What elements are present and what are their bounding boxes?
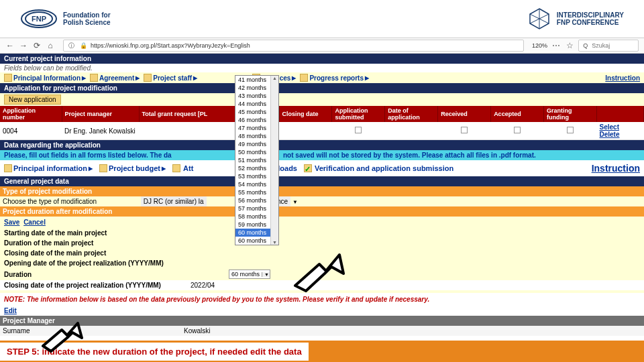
section-application-mod: Application for project modification: [0, 83, 644, 93]
browser-toolbar: ← → ⟳ ⌂ ⓘ 🔒 120% ⋯ ☆ Q: [0, 38, 644, 54]
back-icon[interactable]: ←: [5, 41, 15, 50]
info-icon[interactable]: ⓘ: [66, 41, 76, 50]
section-general: General project data: [0, 176, 644, 186]
reload-icon[interactable]: ⟳: [32, 41, 42, 50]
mod-value-left: DJ RC (or similar) la: [141, 196, 207, 206]
applications-header: Application number Project manager Total…: [0, 106, 644, 122]
col-total-grant: Total grant request [PL: [139, 106, 235, 122]
home-icon[interactable]: ⌂: [46, 41, 55, 50]
months-dropdown[interactable]: 41 months42 months43 months44 months45 m…: [235, 75, 279, 245]
dropdown-scrollbar[interactable]: [270, 76, 278, 245]
logo-bar: FNP Foundation for Polish Science INTERD…: [0, 0, 644, 38]
cell-app-number: 0004: [0, 122, 62, 140]
label-duration: Duration: [4, 271, 172, 278]
please-note-row: Please, fill out fields in all forms lis…: [0, 150, 644, 160]
value-closing-real: 2022/04: [191, 282, 215, 289]
lock-icon: 🔒: [78, 41, 88, 50]
applications-table: Application number Project manager Total…: [0, 106, 644, 140]
tab2-principal[interactable]: Principal information▶: [4, 164, 93, 172]
please-note-right: not saved will not be stored by the syst…: [279, 150, 644, 160]
section-data-app: Data regarding the application: [0, 140, 644, 150]
cancel-button[interactable]: Cancel: [23, 219, 46, 226]
arrow-pointer-1: [287, 252, 347, 296]
tab2-attachments[interactable]: Att: [172, 164, 193, 172]
row-type-mod: Type of project modification: [0, 186, 644, 196]
edit-link[interactable]: Edit: [0, 306, 21, 316]
col-funding: Granting funding: [544, 106, 597, 122]
tab-agreement[interactable]: Agreement▶: [90, 74, 140, 82]
cell-mgr: Dr Eng. Janek Kowalski: [62, 122, 235, 140]
surname-label: Surname: [3, 327, 184, 335]
row-choose-mod: Choose the type of modification DJ RC (o…: [0, 196, 644, 206]
row-duration-mod: Project duration after modification: [0, 206, 644, 217]
conference-logo-text: INTERDISCIPLINARY FNP CONFERENCE: [557, 11, 624, 26]
application-row: 0004 Dr Eng. Janek Kowalski Select Delet…: [0, 122, 644, 140]
save-cancel-row: Save Cancel: [0, 217, 644, 228]
col-project-mgr: Project manager: [62, 106, 139, 122]
checkbox-accepted[interactable]: [514, 127, 521, 133]
fnp-logo-text: Foundation for Polish Science: [63, 11, 111, 26]
label-duration-main: Duration of the main project: [4, 239, 172, 247]
surname-value: Kowalski: [184, 327, 210, 335]
forward-icon[interactable]: →: [19, 41, 28, 50]
col-closing: Closing date: [279, 106, 332, 122]
zoom-level[interactable]: 120%: [532, 42, 547, 49]
instruction-link-1[interactable]: Instruction: [605, 74, 640, 82]
conference-logo-icon: [527, 7, 551, 31]
favorite-icon[interactable]: ☆: [565, 41, 574, 50]
col-submitted: Application submitted: [332, 106, 385, 122]
checkbox-received[interactable]: [461, 127, 468, 133]
url-input[interactable]: [91, 42, 521, 49]
conference-logo: INTERDISCIPLINARY FNP CONFERENCE: [527, 7, 624, 31]
col-actions: [597, 106, 644, 122]
section-current-project: Current project information: [0, 54, 644, 64]
checkbox-submitted[interactable]: [355, 127, 362, 133]
tab2-verification[interactable]: Verification and application submission: [304, 164, 453, 172]
tabs-row-2: Principal information▶ Project budget▶ A…: [0, 160, 644, 176]
label-closing-real: Closing date of the project realization …: [4, 282, 172, 289]
select-link[interactable]: Select: [600, 123, 619, 131]
pm-header: Project Manager: [0, 316, 644, 326]
more-icon[interactable]: ⋯: [551, 41, 561, 50]
label-opening-real: Opening date of the project realization …: [4, 259, 172, 267]
instruction-link-2[interactable]: Instruction: [592, 163, 640, 174]
fields-modified-note: Fields below can be modified.: [0, 64, 644, 72]
col-app-number: Application number: [0, 106, 62, 122]
col-accepted: Accepted: [491, 106, 544, 122]
project-manager-section: Project Manager SurnameKowalski: [0, 316, 644, 336]
checkbox-funding[interactable]: [567, 127, 574, 133]
label-closing-main: Closing date of the main project: [4, 249, 172, 257]
save-button[interactable]: Save: [4, 219, 19, 226]
col-date: Date of application: [385, 106, 438, 122]
step-banner: STEP 5: indicate the new duration of the…: [0, 341, 644, 362]
tabs-row-1: Principal Information▶ Agreement▶ Projec…: [0, 72, 644, 83]
arrow-pointer-2: [36, 320, 87, 354]
tab-project-staff[interactable]: Project staff▶: [144, 74, 197, 82]
search-bar[interactable]: Q: [578, 40, 639, 52]
search-input[interactable]: [592, 42, 635, 49]
delete-link[interactable]: Delete: [600, 131, 620, 138]
col-received: Received: [438, 106, 491, 122]
tab2-budget[interactable]: Project budget▶: [99, 164, 166, 172]
fnp-logo: FNP Foundation for Polish Science: [20, 9, 111, 29]
url-bar[interactable]: ⓘ 🔒: [63, 40, 524, 52]
new-app-row: New application: [0, 93, 644, 106]
new-application-button[interactable]: New application: [4, 95, 61, 105]
search-icon: Q: [582, 41, 589, 50]
tab-progress-reports[interactable]: Progress reports▶: [300, 74, 369, 82]
general-data-table: Type of project modification Choose the …: [0, 186, 644, 217]
please-note-left: Please, fill out fields in all forms lis…: [0, 150, 235, 160]
tab-principal-info[interactable]: Principal Information▶: [4, 74, 86, 82]
fnp-logo-icon: FNP: [20, 9, 58, 29]
label-start-date: Starting date of the main project: [4, 229, 172, 237]
svg-text:FNP: FNP: [32, 15, 46, 23]
duration-select[interactable]: 60 months▼: [229, 269, 270, 279]
